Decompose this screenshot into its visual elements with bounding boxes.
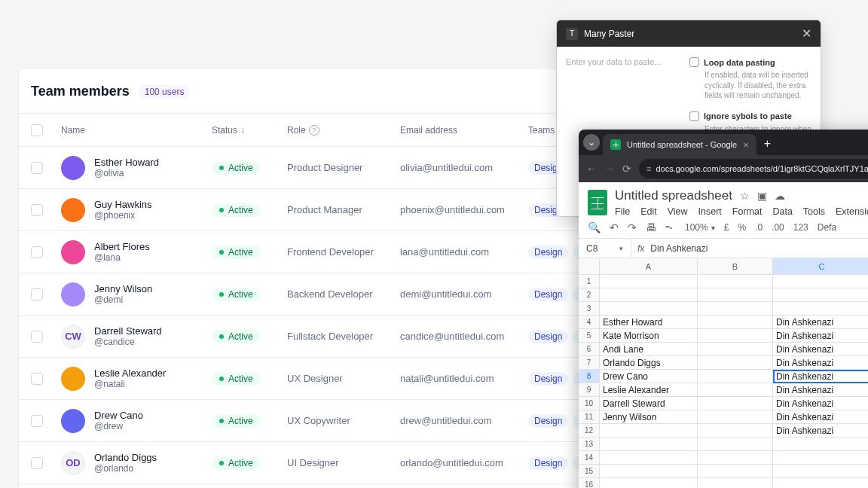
cell[interactable] [698,343,773,356]
row-header[interactable]: 6 [579,343,600,356]
column-header[interactable]: C [773,258,868,275]
nav-forward-icon[interactable]: → [604,163,615,175]
cell[interactable]: Orlando Diggs [600,356,698,370]
row-checkbox[interactable] [31,415,43,427]
row-header[interactable]: 15 [579,465,600,478]
cell[interactable] [698,383,773,397]
toolbar-button[interactable]: .0 [755,222,763,233]
column-name[interactable]: Name [61,125,212,136]
row-header[interactable]: 14 [579,451,600,465]
help-icon[interactable]: ? [309,125,319,136]
cell[interactable] [698,288,773,302]
menu-item-format[interactable]: Format [732,206,763,217]
cell[interactable] [773,275,868,288]
column-role[interactable]: Role ? [287,125,400,136]
paster-titlebar[interactable]: T Many Paster ✕ [557,20,821,47]
row-header[interactable]: 4 [579,316,600,329]
cell[interactable] [773,302,868,316]
paint-format-icon[interactable]: ᯓ [665,221,676,233]
row-header[interactable]: 2 [579,288,600,302]
cell[interactable] [698,397,773,410]
menu-item-insert[interactable]: Insert [698,206,722,217]
spreadsheet-grid[interactable]: ABC1234Esther HowardDin Ashkenazi5Kate M… [579,258,868,488]
row-checkbox[interactable] [31,204,43,216]
cell[interactable] [698,478,773,488]
undo-icon[interactable]: ↶ [610,221,619,233]
cell[interactable] [600,451,698,465]
cell[interactable] [773,451,868,465]
cell[interactable]: Din Ashkenazi [773,316,868,329]
cell[interactable]: Kate Morrison [600,329,698,343]
cell[interactable]: Leslie Alexander [600,383,698,397]
omnibox[interactable]: ≡ docs.google.com/spreadsheets/d/1igr8kt… [639,159,868,178]
cell[interactable] [773,438,868,451]
cell[interactable] [698,302,773,316]
cell[interactable]: Din Ashkenazi [773,343,868,356]
cell[interactable] [698,370,773,383]
cell[interactable] [773,478,868,488]
option-checkbox[interactable] [689,57,699,67]
row-header[interactable]: 7 [579,356,600,370]
cell[interactable] [698,356,773,370]
row-checkbox[interactable] [31,288,43,300]
tab-close-icon[interactable]: × [743,139,749,151]
close-icon[interactable]: ✕ [802,26,811,41]
tab-search-button[interactable]: ⌄ [583,134,600,151]
column-header[interactable]: B [698,258,773,275]
cell[interactable]: Andi Lane [600,343,698,356]
browser-tab[interactable]: Untitled spreadsheet - Google × [603,134,756,155]
move-icon[interactable]: ▣ [757,190,767,202]
menu-item-view[interactable]: View [668,206,688,217]
nav-refresh-icon[interactable]: ⟳ [622,163,631,175]
menu-item-edit[interactable]: Edit [640,206,657,217]
cell[interactable]: Din Ashkenazi [773,383,868,397]
cell[interactable]: Din Ashkenazi [773,410,868,424]
menu-item-data[interactable]: Data [772,206,792,217]
row-header[interactable]: 10 [579,397,600,410]
cell[interactable]: Jenny Wilson [600,410,698,424]
redo-icon[interactable]: ↷ [628,221,637,233]
cell[interactable] [698,275,773,288]
toolbar-button[interactable]: % [738,222,746,233]
grid-corner[interactable] [579,258,600,275]
name-box[interactable]: C8▾ [579,239,631,258]
row-header[interactable]: 3 [579,302,600,316]
cell[interactable] [600,288,698,302]
menu-item-tools[interactable]: Tools [803,206,825,217]
new-tab-button[interactable]: + [756,137,778,155]
search-icon[interactable]: 🔍 [588,221,601,233]
row-header[interactable]: 9 [579,383,600,397]
option-checkbox[interactable] [689,111,699,121]
star-icon[interactable]: ☆ [740,190,750,202]
print-icon[interactable]: 🖶 [646,221,656,233]
row-header[interactable]: 13 [579,438,600,451]
cell[interactable] [600,438,698,451]
cell[interactable]: Din Ashkenazi [773,397,868,410]
cell[interactable] [600,424,698,438]
row-checkbox[interactable] [31,457,43,469]
menu-item-extensions[interactable]: Extensions [836,206,868,217]
row-checkbox[interactable] [31,373,43,385]
column-email[interactable]: Email address [400,125,528,136]
sheets-logo-icon[interactable] [588,190,607,215]
cell[interactable] [600,478,698,488]
cloud-status-icon[interactable]: ☁ [775,190,785,202]
toolbar-button[interactable]: .00 [772,222,784,233]
cell[interactable] [698,410,773,424]
row-header[interactable]: 5 [579,329,600,343]
row-checkbox[interactable] [31,331,43,343]
menu-item-file[interactable]: File [615,206,630,217]
cell[interactable] [600,275,698,288]
spreadsheet-title[interactable]: Untitled spreadsheet [615,188,732,203]
row-header[interactable]: 11 [579,410,600,424]
cell[interactable] [698,451,773,465]
cell[interactable]: Din Ashkenazi [773,424,868,438]
cell[interactable]: Din Ashkenazi [773,370,868,383]
cell[interactable] [773,465,868,478]
cell[interactable] [698,329,773,343]
column-status[interactable]: Status ↓ [212,125,287,136]
cell[interactable] [698,438,773,451]
cell[interactable]: Drew Cano [600,370,698,383]
cell[interactable] [698,424,773,438]
nav-back-icon[interactable]: ← [586,163,597,175]
